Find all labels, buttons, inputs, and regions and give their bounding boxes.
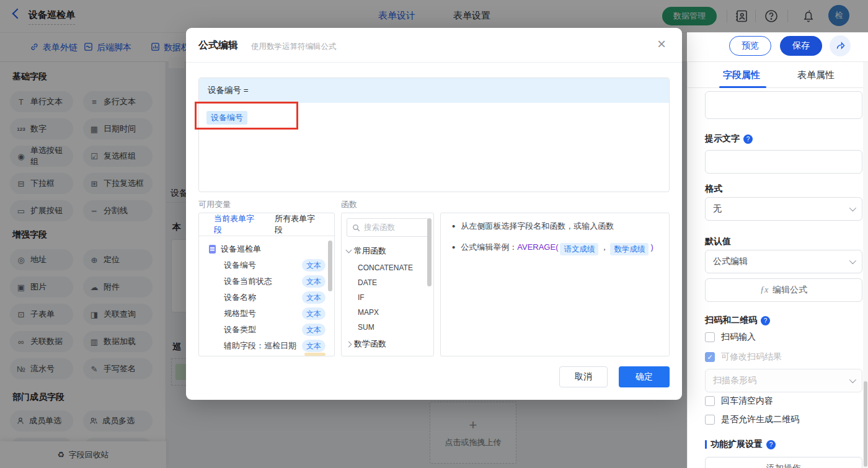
help-icon[interactable]: ? xyxy=(743,135,753,144)
confirm-button[interactable]: 确定 xyxy=(619,366,670,387)
type-badge: 文本 xyxy=(302,324,326,336)
extension-settings-section: 功能扩展设置 ? xyxy=(705,439,776,450)
formula-editor-dialog: 公式编辑 使用数学运算符编辑公式 × 设备编号 = 设备编号 可用变量 函数 当… xyxy=(186,28,682,400)
type-badge: 文本 xyxy=(302,340,326,352)
tab-field-properties[interactable]: 字段属性 xyxy=(723,69,760,81)
type-badge-partial xyxy=(304,353,326,356)
modify-scan-result-checkbox[interactable]: ✓ 可修改扫码结果 xyxy=(705,351,782,363)
function-group-math[interactable]: 数学函数 xyxy=(342,335,433,353)
active-tab-underline xyxy=(719,86,766,88)
chevron-down-icon xyxy=(346,247,352,254)
type-badge: 文本 xyxy=(302,307,326,320)
variables-tabs: 当前表单字段 所有表单字段 xyxy=(199,213,334,236)
modal-overlay xyxy=(687,0,868,32)
fx-icon: ƒx xyxy=(760,285,768,295)
type-badge: 文本 xyxy=(302,259,326,272)
type-badge: 文本 xyxy=(302,275,326,288)
tip-example-line: • 公式编辑举例：AVERAGE(语文成绩，数学成绩) xyxy=(441,234,669,257)
formula-target: 设备编号 = xyxy=(199,78,669,103)
hint-text-input[interactable] xyxy=(705,150,862,174)
dialog-title: 公式编辑 xyxy=(198,39,238,52)
scrollbar-thumb[interactable] xyxy=(864,381,867,467)
hint-text-label: 提示文字 ? xyxy=(705,133,753,144)
scan-mode-select[interactable]: 扫描条形码 xyxy=(705,369,862,392)
save-button[interactable]: 保存 xyxy=(780,36,822,56)
close-icon[interactable]: × xyxy=(657,37,666,51)
variable-row[interactable]: 设备当前状态文本 xyxy=(199,273,334,289)
search-icon xyxy=(352,224,360,232)
checkbox-unchecked-icon xyxy=(705,396,715,406)
default-value-label: 默认值 xyxy=(705,236,731,247)
format-label: 格式 xyxy=(705,183,722,195)
function-item[interactable]: SUM xyxy=(342,320,433,335)
allow-qrcode-checkbox[interactable]: 是否允许生成二维码 xyxy=(705,414,799,425)
annotation-red-box xyxy=(195,102,298,130)
search-input[interactable] xyxy=(364,223,426,232)
divider xyxy=(186,62,682,63)
scrollbar-thumb[interactable] xyxy=(427,218,432,286)
tip-line: • 从左侧面板选择字段名和函数，或输入函数 xyxy=(441,213,669,234)
scan-qrcode-section: 扫码和二维码 ? xyxy=(705,315,770,326)
scan-input-checkbox[interactable]: 扫码输入 xyxy=(705,332,756,343)
app-window: 设备巡检单 表单设计 表单设置 数据管理 检 表单外链 后端脚本 数据权限 预览… xyxy=(0,0,868,468)
variables-label: 可用变量 xyxy=(198,199,231,210)
properties-tabs: 字段属性 表单属性 xyxy=(688,62,868,88)
variables-panel: 当前表单字段 所有表单字段 设备巡检单 设备编号文本 设备当前状态文本 设备名称… xyxy=(198,213,335,356)
functions-label: 函数 xyxy=(341,199,357,210)
tree-root[interactable]: 设备巡检单 xyxy=(199,236,334,257)
tab-all-form-fields[interactable]: 所有表单字段 xyxy=(275,213,319,236)
preview-button[interactable]: 预览 xyxy=(729,36,771,56)
variable-row[interactable]: 设备编号文本 xyxy=(199,257,334,273)
chevron-right-icon xyxy=(346,341,352,347)
function-item[interactable]: DATE xyxy=(342,275,433,290)
checkbox-checked-icon: ✓ xyxy=(705,352,715,362)
function-item[interactable]: CONCATENATE xyxy=(342,260,433,275)
share-button[interactable] xyxy=(830,35,851,56)
function-name: AVERAGE( xyxy=(517,242,558,252)
add-action-button[interactable]: 添加操作 xyxy=(705,457,862,468)
variable-row[interactable]: 设备名称文本 xyxy=(199,289,334,306)
function-group-common[interactable]: 常用函数 xyxy=(342,242,433,260)
checkbox-unchecked-icon xyxy=(705,415,715,425)
dialog-subtitle: 使用数学运算符编辑公式 xyxy=(251,42,337,52)
help-icon[interactable]: ? xyxy=(766,440,776,449)
properties-panel: 字段属性 表单属性 提示文字 ? 格式 无 默认值 公式编辑 ƒx 编辑公式 扫… xyxy=(687,62,868,468)
function-search[interactable] xyxy=(347,218,428,237)
document-icon xyxy=(209,245,216,254)
function-item[interactable]: IF xyxy=(342,290,433,305)
variable-row[interactable]: 辅助字段：巡检日期+...文本 xyxy=(199,338,334,354)
field-chip: 语文成绩 xyxy=(560,243,598,255)
description-input-partial[interactable] xyxy=(705,91,862,119)
format-select[interactable]: 无 xyxy=(705,197,862,221)
section-bar xyxy=(705,440,707,449)
function-item[interactable]: MAPX xyxy=(342,305,433,320)
variable-row[interactable]: 设备类型文本 xyxy=(199,322,334,338)
enter-clear-checkbox[interactable]: 回车清空内容 xyxy=(705,395,773,407)
functions-panel: 常用函数 CONCATENATE DATE IF MAPX SUM 数学函数 文… xyxy=(341,213,434,356)
help-icon[interactable]: ? xyxy=(761,316,770,325)
variable-row[interactable]: 规格型号文本 xyxy=(199,306,334,322)
tab-current-form-fields[interactable]: 当前表单字段 xyxy=(214,213,259,236)
tab-form-properties[interactable]: 表单属性 xyxy=(797,69,835,81)
function-group-text[interactable]: 文本函数 xyxy=(342,353,433,356)
default-value-select[interactable]: 公式编辑 xyxy=(705,250,862,273)
edit-formula-button[interactable]: ƒx 编辑公式 xyxy=(705,278,862,302)
tips-panel: • 从左侧面板选择字段名和函数，或输入函数 • 公式编辑举例：AVERAGE(语… xyxy=(440,213,670,356)
type-badge: 文本 xyxy=(302,291,326,304)
chevron-down-icon xyxy=(849,205,856,211)
share-arrow-icon xyxy=(835,41,846,51)
chevron-down-icon xyxy=(849,257,856,264)
chevron-down-icon xyxy=(849,376,856,383)
cancel-button[interactable]: 取消 xyxy=(559,366,608,387)
formula-editor[interactable]: 设备编号 = 设备编号 xyxy=(198,77,670,192)
field-chip: 数学成绩 xyxy=(610,243,649,255)
scrollbar-thumb[interactable] xyxy=(328,241,332,291)
checkbox-unchecked-icon xyxy=(705,332,715,342)
